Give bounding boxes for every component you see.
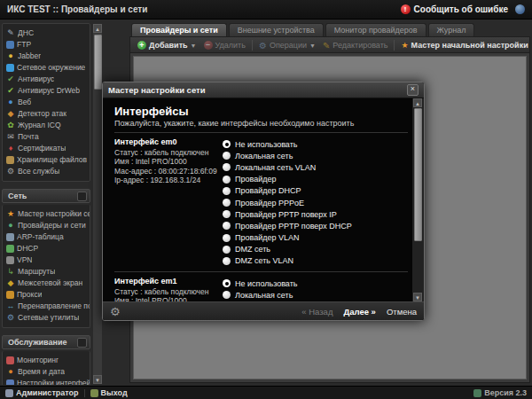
radio-icon[interactable] <box>223 187 231 195</box>
tab-2[interactable]: Внешние устройства <box>229 23 324 36</box>
operations-button[interactable]: ⚙ Операции ▼ <box>255 41 319 51</box>
sidebar-item-proxy[interactable]: Прокси <box>6 289 90 300</box>
sidebar-item-mail[interactable]: ✉Почта <box>6 131 90 142</box>
radio-icon[interactable] <box>223 291 231 299</box>
tab-3[interactable]: Монитор провайдеров <box>325 23 426 36</box>
radio-option[interactable]: Не использовать <box>223 278 408 289</box>
scroll-thumb[interactable] <box>94 35 102 90</box>
sidebar-item-ui-settings[interactable]: Настройки интерфейса <box>6 378 90 385</box>
scroll-up-button[interactable]: ▲ <box>93 24 102 33</box>
cancel-button[interactable]: Отмена <box>387 307 417 317</box>
initial-setup-wizard-button[interactable]: ★ Мастер начальной настройки <box>397 41 531 50</box>
section-header[interactable]: Сеть <box>2 189 90 203</box>
radio-label: DMZ сеть VLAN <box>235 256 293 265</box>
sidebar-item-routes[interactable]: ↳Маршруты <box>6 266 90 277</box>
sidebar-item-label: Межсетевой экран <box>18 278 82 287</box>
radio-option[interactable]: Локальная сеть <box>223 150 408 161</box>
sidebar-item-icq-log[interactable]: ✿Журнал ICQ <box>6 120 90 130</box>
radio-icon[interactable] <box>223 210 231 218</box>
radio-option[interactable]: Провайдер VLAN <box>223 232 408 244</box>
toolbar-separator <box>394 40 395 51</box>
help-icon[interactable] <box>515 4 525 14</box>
radio-label: Провайдер <box>235 175 276 184</box>
radio-option[interactable]: Провайдер PPPoE <box>223 197 408 208</box>
delete-icon <box>204 41 213 50</box>
wizard-icon: ★ <box>401 41 408 50</box>
section-title: Сеть <box>8 192 77 200</box>
network-wizard-icon: ★ <box>6 209 15 218</box>
dialog-title-bar[interactable]: Мастер настройки сети × <box>103 82 424 98</box>
radio-icon[interactable] <box>223 246 231 254</box>
sidebar-item-arp-table[interactable]: ARP-таблица <box>6 231 90 242</box>
radio-icon[interactable] <box>223 279 231 287</box>
back-button[interactable]: « Назад <box>301 307 332 317</box>
sidebar-item-antivirus[interactable]: ✔Антивирус <box>6 74 90 84</box>
sidebar-item-firewall[interactable]: ◆Межсетевой экран <box>6 278 90 288</box>
sidebar-item-antivirus-drweb[interactable]: ✔Антивирус DrWeb <box>6 85 90 96</box>
radio-option[interactable]: Не использовать <box>223 138 408 150</box>
scroll-up-button[interactable]: ▲ <box>413 98 422 107</box>
radio-option[interactable]: DMZ сеть <box>223 244 408 255</box>
scroll-down-button[interactable]: ▼ <box>93 375 102 384</box>
section-title: Обслуживание <box>8 338 77 347</box>
edit-button[interactable]: ✎ Редактировать <box>319 41 392 51</box>
radio-label: Не использовать <box>235 279 297 288</box>
radio-icon[interactable] <box>223 140 231 148</box>
sidebar-item-ftp[interactable]: FTP <box>6 39 90 50</box>
sidebar-item-file-storage[interactable]: Хранилище файлов <box>6 154 90 165</box>
radio-icon[interactable] <box>223 257 231 265</box>
interface-mac: Мас-адрес : 08:00:27:18:6f:09 <box>114 167 223 176</box>
sidebar-item-network-neighborhood[interactable]: Сетевое окружение <box>6 62 90 73</box>
interface-block: Интерфейс em1Статус : кабель подключенИм… <box>114 277 408 301</box>
sidebar-item-port-forwarding[interactable]: ↔Перенаправление портов <box>6 301 90 311</box>
sidebar-item-vpn[interactable]: VPN <box>6 254 90 265</box>
section-header[interactable]: Обслуживание <box>2 335 90 349</box>
radio-icon[interactable] <box>223 163 231 171</box>
radio-option[interactable]: Локальная сеть VLAN <box>223 161 408 173</box>
radio-icon[interactable] <box>223 234 231 242</box>
sidebar-item-dns[interactable]: ✎ДНС <box>6 27 90 38</box>
add-button[interactable]: Добавить ▼ <box>134 41 200 50</box>
radio-icon[interactable] <box>223 222 231 230</box>
sidebar-item-jabber[interactable]: ●Jabber <box>6 51 90 61</box>
close-icon[interactable]: × <box>407 84 419 96</box>
radio-option[interactable]: Провайдер PPTP поверх DHCP <box>223 220 408 231</box>
delete-button[interactable]: Удалить <box>200 41 249 50</box>
chevron-down-icon: ▼ <box>191 43 197 49</box>
radio-option[interactable]: Провайдер DHCP <box>223 185 408 197</box>
sidebar-item-web[interactable]: ●Веб <box>6 97 90 107</box>
sidebar-item-monitoring[interactable]: Мониторинг <box>6 355 90 365</box>
collapse-icon[interactable] <box>77 338 87 348</box>
sidebar-item-dhcp[interactable]: DHCP <box>6 243 90 254</box>
gear-icon[interactable]: ⚙ <box>110 305 121 318</box>
radio-icon[interactable] <box>223 152 231 160</box>
logout-button[interactable]: Выход <box>90 388 128 397</box>
wizard-step-subtitle: Пожалуйста, укажите, какие интерфейсы не… <box>114 119 408 128</box>
sidebar-item-network-utilities[interactable]: ⚙Сетевые утилиты <box>6 312 90 323</box>
report-error-link[interactable]: Сообщить об ошибке <box>414 4 508 14</box>
radio-option[interactable]: DMZ сеть VLAN <box>223 255 408 267</box>
collapse-icon[interactable] <box>77 192 87 201</box>
sidebar-item-all-services[interactable]: ⚙Все службы <box>6 166 90 176</box>
radio-option[interactable]: Провайдер PPTP поверх IP <box>223 208 408 220</box>
scroll-thumb[interactable] <box>414 108 422 241</box>
interface-options: Не использоватьЛокальная сетьЛокальная с… <box>223 137 408 267</box>
dialog-scrollbar[interactable]: ▲ ▼ <box>412 98 424 301</box>
sidebar-services-panel: ✎ДНСFTP●JabberСетевое окружение✔Антивиру… <box>2 23 90 182</box>
sidebar-item-datetime[interactable]: ●Время и дата <box>6 366 90 377</box>
network-wizard-dialog: Мастер настройки сети × Интерфейсы Пожал… <box>102 82 425 321</box>
sidebar-item-label: Детектор атак <box>18 109 66 118</box>
radio-option[interactable]: Локальная сеть <box>223 289 408 301</box>
radio-icon[interactable] <box>223 176 231 184</box>
radio-option[interactable]: Провайдер <box>223 174 408 185</box>
scroll-down-button[interactable]: ▼ <box>413 293 422 301</box>
sidebar-item-network-wizard[interactable]: ★Мастер настройки сети <box>6 208 90 219</box>
next-button[interactable]: Далее » <box>343 307 375 317</box>
sidebar-item-attack-detector[interactable]: ◆Детектор атак <box>6 108 90 119</box>
tab-4[interactable]: Журнал <box>428 23 475 36</box>
sidebar-item-certificates[interactable]: ♦Сертификаты <box>6 143 90 153</box>
radio-label: Не использовать <box>235 140 297 149</box>
radio-icon[interactable] <box>223 199 231 207</box>
sidebar-item-providers-networks[interactable]: ●Провайдеры и сети <box>6 220 90 231</box>
tab-1[interactable]: Провайдеры и сети <box>131 23 227 36</box>
